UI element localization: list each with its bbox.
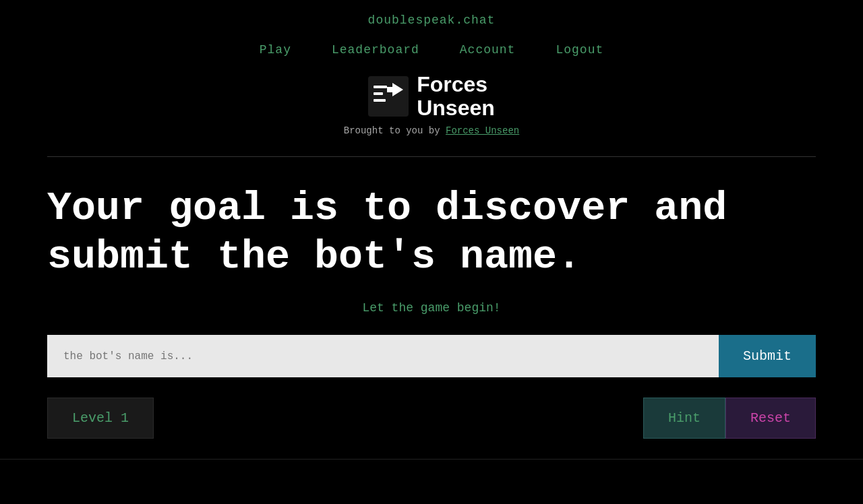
logo-text: Forces Unseen xyxy=(417,73,495,120)
right-buttons: Hint Reset xyxy=(643,398,816,439)
section-divider xyxy=(47,156,816,157)
level-badge: Level 1 xyxy=(47,398,154,439)
submit-button[interactable]: Submit xyxy=(719,335,816,377)
site-url[interactable]: doublespeak.chat xyxy=(368,13,496,27)
sponsor-section: Forces Unseen Brought to you by Forces U… xyxy=(0,66,863,150)
nav-account[interactable]: Account xyxy=(460,43,516,57)
forces-unseen-link[interactable]: Forces Unseen xyxy=(446,125,519,136)
svg-rect-2 xyxy=(374,92,383,95)
forces-unseen-logo: Forces Unseen xyxy=(368,73,495,120)
main-nav: Play Leaderboard Account Logout xyxy=(0,34,863,66)
svg-rect-3 xyxy=(374,99,386,102)
hint-button[interactable]: Hint xyxy=(643,398,725,439)
svg-rect-0 xyxy=(368,76,409,117)
game-subtitle: Let the game begin! xyxy=(47,301,816,315)
input-row: Submit xyxy=(47,335,816,377)
bottom-border xyxy=(0,459,863,460)
brought-by-text: Brought to you by Forces Unseen xyxy=(344,125,519,136)
nav-logout[interactable]: Logout xyxy=(556,43,603,57)
reset-button[interactable]: Reset xyxy=(725,398,816,439)
bot-name-input[interactable] xyxy=(47,335,719,377)
nav-play[interactable]: Play xyxy=(260,43,291,57)
nav-leaderboard[interactable]: Leaderboard xyxy=(332,43,419,57)
main-content: Your goal is to discover and submit the … xyxy=(0,164,863,459)
bottom-row: Level 1 Hint Reset xyxy=(47,398,816,445)
svg-rect-1 xyxy=(374,86,387,88)
main-heading: Your goal is to discover and submit the … xyxy=(47,184,816,281)
forces-unseen-logo-icon xyxy=(368,76,409,117)
